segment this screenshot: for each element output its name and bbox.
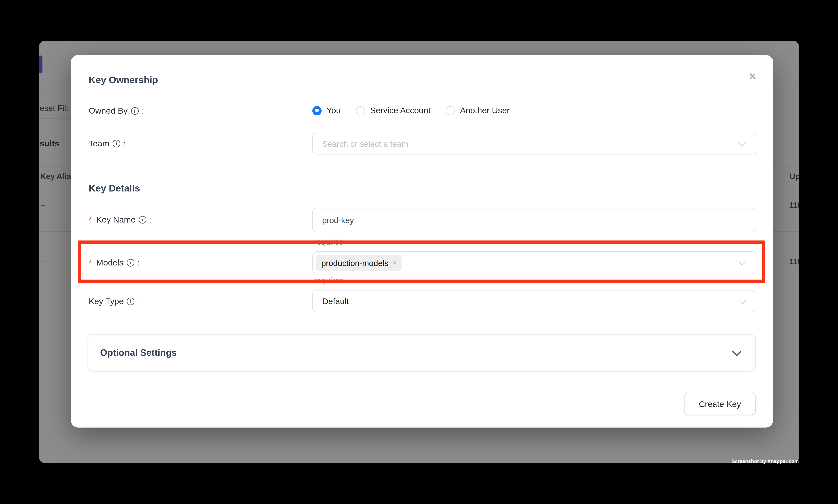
key-type-label: Key Type bbox=[89, 295, 124, 307]
label-colon: : bbox=[138, 295, 140, 307]
key-type-value: Default bbox=[313, 296, 349, 306]
chevron-down-icon bbox=[732, 347, 741, 356]
modal-title: Key Ownership bbox=[89, 74, 158, 86]
optional-settings-section[interactable]: Optional Settings bbox=[88, 334, 756, 372]
info-icon[interactable]: i bbox=[139, 216, 146, 223]
owned-by-label-row: Owned By i : bbox=[89, 105, 144, 117]
chevron-down-icon bbox=[738, 139, 746, 146]
radio-unchecked-icon bbox=[356, 106, 365, 115]
label-colon: : bbox=[150, 214, 152, 226]
radio-unchecked-icon bbox=[446, 106, 455, 115]
optional-settings-label: Optional Settings bbox=[100, 347, 177, 358]
key-name-label-row: * Key Name i : bbox=[89, 214, 152, 226]
key-details-heading: Key Details bbox=[89, 182, 140, 194]
screenshot-stage: eset Filt sults Key Alia Up – 11/ – 11/ … bbox=[0, 0, 838, 504]
key-type-select[interactable]: Default bbox=[313, 290, 756, 312]
close-icon[interactable]: ✕ bbox=[745, 69, 761, 85]
radio-option-you[interactable]: You bbox=[313, 106, 341, 115]
info-icon[interactable]: i bbox=[131, 107, 139, 115]
key-name-input[interactable]: prod-key bbox=[313, 208, 756, 232]
owned-by-label: Owned By bbox=[89, 105, 127, 117]
required-asterisk: * bbox=[89, 214, 92, 226]
chevron-down-icon bbox=[738, 296, 746, 304]
key-type-label-row: Key Type i : bbox=[89, 295, 140, 307]
team-select[interactable]: Search or select a team bbox=[313, 133, 756, 155]
radio-option-another-user[interactable]: Another User bbox=[446, 106, 510, 115]
radio-checked-icon bbox=[313, 106, 322, 115]
info-icon[interactable]: i bbox=[127, 298, 135, 305]
team-label-row: Team i : bbox=[89, 138, 126, 149]
watermark-text: Screenshot by Xnapper.com bbox=[732, 458, 799, 464]
team-label: Team bbox=[89, 138, 109, 149]
create-key-button[interactable]: Create Key bbox=[684, 393, 756, 415]
key-name-value: prod-key bbox=[313, 216, 354, 225]
info-icon[interactable]: i bbox=[113, 140, 120, 147]
key-name-label: Key Name bbox=[96, 214, 136, 226]
team-select-placeholder: Search or select a team bbox=[313, 139, 408, 148]
label-colon: : bbox=[123, 138, 126, 149]
owned-by-radio-group: You Service Account Another User bbox=[313, 106, 510, 115]
annotation-highlight-rectangle bbox=[78, 240, 765, 283]
radio-option-service-account[interactable]: Service Account bbox=[356, 106, 430, 115]
label-colon: : bbox=[142, 105, 144, 117]
